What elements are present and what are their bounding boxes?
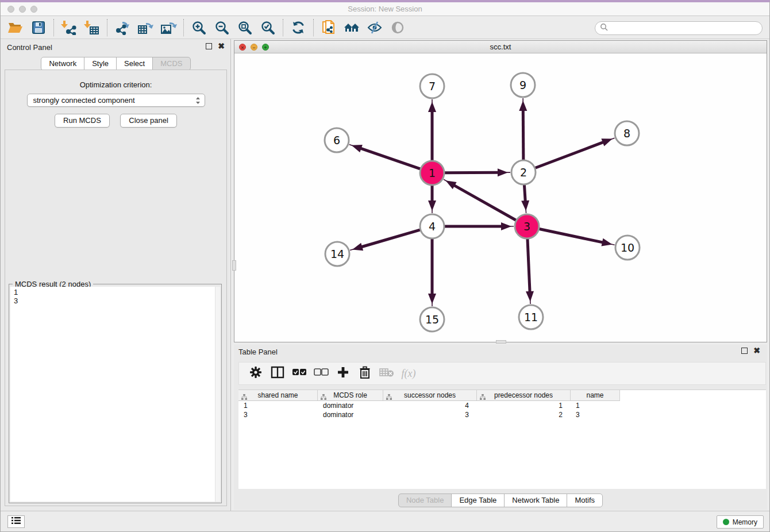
split-pane-icon [271, 366, 284, 381]
folder-open-icon [7, 21, 24, 34]
list-icon [11, 516, 21, 527]
zoom-in-button[interactable] [187, 18, 210, 37]
table-cell[interactable]: 1 [477, 401, 571, 410]
graph-edge-4-14[interactable] [361, 230, 420, 247]
splitter-grip-bottom[interactable] [496, 340, 506, 344]
graph-edge-arrow [428, 102, 436, 112]
graph-edge-arrow [521, 201, 529, 211]
close-panel-icon[interactable]: ✖ [218, 43, 225, 49]
network-window-titlebar[interactable]: × − + scc.txt [234, 41, 767, 53]
run-mcds-button[interactable]: Run MCDS [55, 114, 110, 128]
control-panel-tabs: NetworkStyleSelectMCDS [1, 57, 230, 71]
zoom-selected-button[interactable] [256, 18, 279, 37]
open-session-button[interactable] [4, 18, 27, 37]
import-table-button[interactable] [80, 18, 103, 37]
table-row[interactable]: 3dominator323 [238, 410, 620, 419]
graph-edge-2-3[interactable] [524, 185, 525, 202]
show-graphics-details-button[interactable] [386, 18, 409, 37]
node-table: shared nameMCDS rolesuccessor nodesprede… [238, 390, 766, 489]
table-cell[interactable]: 2 [477, 410, 571, 419]
network-view-window: × − + scc.txt 7968124314101511 [234, 40, 767, 342]
window-title: Session: New Session [1, 5, 769, 13]
zoom-out-button[interactable] [210, 18, 233, 37]
graph-node-label-11: 11 [524, 311, 538, 323]
graph-edge-arrow [498, 168, 508, 176]
graph-edge-2-8[interactable] [536, 142, 604, 168]
delete-column-button[interactable] [354, 365, 376, 382]
tab-node-table[interactable]: Node Table [398, 494, 452, 507]
main-toolbar [1, 17, 769, 39]
mcds-result-scrollbar[interactable] [215, 287, 220, 502]
table-tabs: Node TableEdge TableNetwork TableMotifs [234, 494, 767, 507]
tab-network-table[interactable]: Network Table [504, 494, 567, 507]
import-network-button[interactable] [57, 18, 80, 37]
memory-status-icon [723, 519, 729, 525]
table-cell[interactable]: dominator [318, 410, 383, 419]
close-panel-button[interactable]: Close panel [120, 114, 177, 128]
table-cell[interactable]: 1 [571, 401, 620, 410]
function-builder-button[interactable]: f(x) [398, 365, 419, 382]
network-canvas[interactable]: 7968124314101511 [234, 53, 767, 342]
column-header-predecessor-nodes[interactable]: predecessor nodes [477, 390, 571, 400]
table-toolbar: f(x) [238, 362, 766, 385]
graph-edge-1-2[interactable] [445, 172, 499, 173]
refresh-icon [291, 20, 306, 35]
export-network-icon [114, 20, 130, 35]
search-input[interactable] [610, 24, 762, 32]
table-cell[interactable]: dominator [318, 401, 383, 410]
table-row[interactable]: 1dominator411 [238, 401, 620, 410]
duplicate-network-button[interactable] [317, 18, 340, 37]
graph-edge-3-11[interactable] [528, 239, 530, 292]
table-cell[interactable]: 3 [383, 410, 477, 419]
graph-node-label-8: 8 [623, 127, 630, 140]
table-cell[interactable]: 1 [238, 401, 318, 410]
table-panel-title: Table Panel [238, 348, 278, 356]
zoom-fit-button[interactable] [233, 18, 256, 37]
import-table-icon [84, 20, 100, 35]
graph-edge-3-10[interactable] [540, 229, 603, 243]
memory-button[interactable]: Memory [717, 515, 764, 529]
table-cell[interactable]: 4 [383, 401, 477, 410]
optimization-criterion-select[interactable]: strongly connected component [27, 94, 205, 107]
select-all-columns-button[interactable] [288, 365, 310, 382]
task-history-button[interactable] [7, 515, 25, 528]
delete-table-button[interactable] [376, 365, 398, 382]
save-session-button[interactable] [27, 18, 50, 37]
houses-button[interactable] [340, 18, 363, 37]
export-image-button[interactable] [157, 18, 180, 37]
tab-network[interactable]: Network [41, 57, 84, 71]
float-table-panel-icon[interactable] [741, 348, 748, 354]
column-header-name[interactable]: name [571, 390, 620, 400]
tab-select[interactable]: Select [116, 57, 153, 71]
hierarchy-icon [386, 392, 392, 403]
table-cell[interactable]: 3 [571, 410, 620, 419]
tab-mcds[interactable]: MCDS [152, 57, 190, 71]
table-settings-button[interactable] [245, 365, 267, 382]
graph-edge-1-6[interactable] [360, 148, 421, 169]
show-column-button[interactable] [267, 365, 288, 382]
graph-node-label-2: 2 [520, 166, 527, 179]
mcds-result-text[interactable]: 1 3 [10, 287, 215, 502]
tab-edge-table[interactable]: Edge Table [451, 494, 505, 507]
search-box[interactable] [595, 21, 763, 35]
mcds-panel: Optimization criterion: strongly connect… [5, 70, 227, 506]
graph-edge-2-9[interactable] [523, 110, 523, 160]
table-cell[interactable]: 3 [238, 410, 318, 419]
tab-motifs[interactable]: Motifs [567, 494, 603, 507]
column-header-MCDS-role[interactable]: MCDS role [318, 390, 383, 400]
tab-style[interactable]: Style [84, 57, 117, 71]
graph-edge-3-1[interactable] [453, 185, 515, 220]
apply-layout-button[interactable] [287, 18, 310, 37]
column-header-successor-nodes[interactable]: successor nodes [383, 390, 477, 400]
create-column-button[interactable] [332, 365, 354, 382]
float-panel-icon[interactable] [206, 43, 212, 49]
graph-node-label-10: 10 [621, 241, 634, 254]
splitter-grip-left[interactable] [232, 260, 236, 271]
hide-graphics-details-button[interactable] [363, 18, 386, 37]
close-table-panel-icon[interactable]: ✖ [753, 348, 760, 354]
export-network-button[interactable] [111, 18, 134, 37]
deselect-all-columns-button[interactable] [310, 365, 332, 382]
table-delete-icon [379, 367, 394, 380]
export-table-button[interactable] [134, 18, 157, 37]
column-header-shared-name[interactable]: shared name [238, 390, 318, 400]
